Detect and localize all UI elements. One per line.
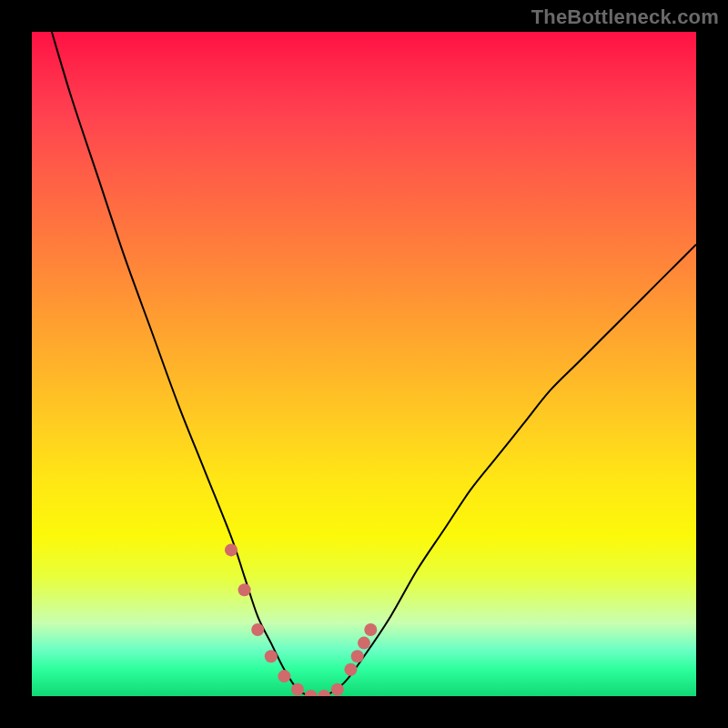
highlight-marker bbox=[364, 623, 377, 636]
highlight-marker bbox=[344, 663, 357, 676]
highlight-marker bbox=[265, 650, 278, 662]
highlight-marker bbox=[305, 690, 318, 696]
highlight-marker bbox=[318, 690, 330, 696]
watermark-text: TheBottleneck.com bbox=[531, 5, 719, 29]
highlight-marker bbox=[278, 670, 290, 682]
plot-area bbox=[32, 32, 696, 696]
bottleneck-curve bbox=[52, 32, 696, 696]
highlight-marker bbox=[351, 650, 364, 662]
highlight-marker bbox=[291, 683, 304, 696]
highlight-marker bbox=[358, 637, 370, 650]
highlight-marker bbox=[238, 583, 251, 596]
highlight-marker bbox=[225, 543, 238, 556]
highlight-marker bbox=[251, 623, 264, 636]
highlight-marker bbox=[331, 683, 344, 696]
curve-layer bbox=[32, 32, 696, 696]
chart-frame: TheBottleneck.com bbox=[0, 0, 728, 728]
